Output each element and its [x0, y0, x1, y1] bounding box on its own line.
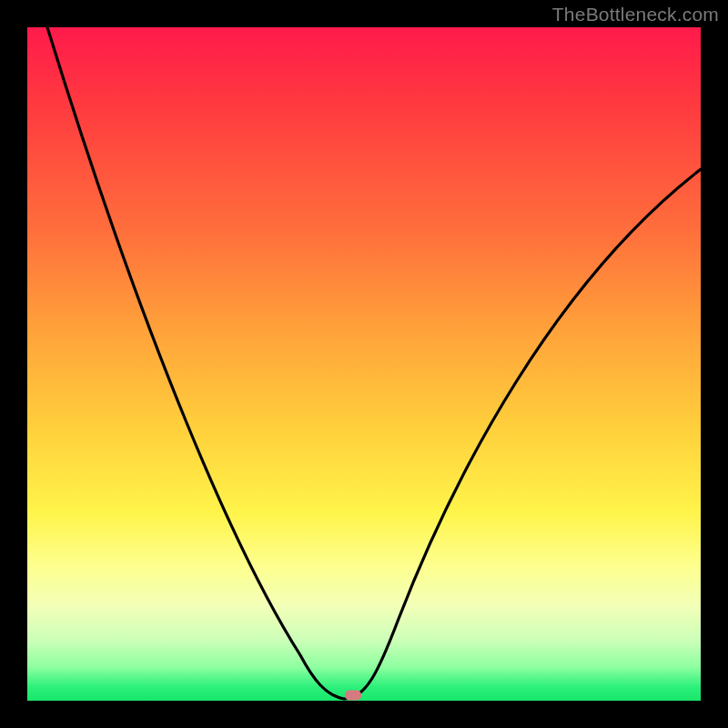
optimal-marker: [345, 691, 361, 701]
bottleneck-curve: [0, 0, 728, 728]
watermark-text: TheBottleneck.com: [552, 4, 719, 25]
chart-frame: TheBottleneck.com: [0, 0, 728, 728]
curve-path: [47, 27, 701, 699]
